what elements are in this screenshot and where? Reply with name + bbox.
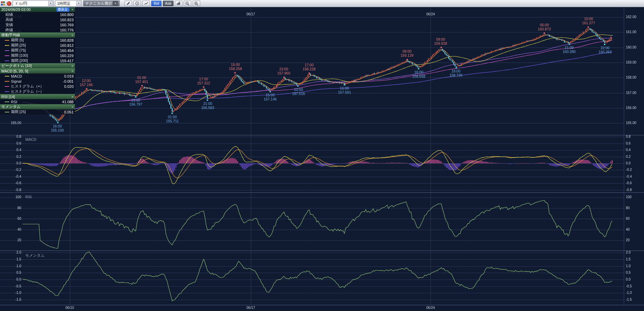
indicator-title: モメンタム bbox=[1, 104, 21, 109]
ohlc-label: 始値 bbox=[5, 12, 13, 17]
timeframe-label: 1時間足 bbox=[57, 1, 75, 6]
x-axis-label: 06/17 bbox=[246, 306, 255, 310]
indicator-value: 41.088 bbox=[62, 100, 74, 104]
indicator-label: Signal bbox=[11, 79, 22, 83]
close-icon[interactable]: × bbox=[72, 64, 74, 68]
zoom-out-button[interactable] bbox=[184, 1, 191, 6]
panel-divider bbox=[0, 135, 644, 135]
indicator-section-header: MACD [5, 20, 9]× bbox=[0, 68, 75, 73]
ohlc-label: 高値 bbox=[5, 17, 13, 22]
latest-bar-badge: 最新足 bbox=[56, 8, 69, 12]
indicator-label: ヒストグラム（+） bbox=[11, 84, 44, 89]
indicator-section-header: モメンタム× bbox=[0, 104, 75, 109]
line-color-swatch bbox=[5, 60, 9, 61]
indicator-title: MACD [5, 20, 9] bbox=[1, 69, 28, 73]
indicator-title: RSI [14] bbox=[1, 95, 15, 99]
indicator-row: 期間 [75]160.454 bbox=[0, 48, 75, 53]
pencil-icon bbox=[126, 1, 130, 5]
ohlc-value: 160.823 bbox=[60, 18, 74, 22]
bar-info-header: 2024/06/29 03:00最新足× bbox=[0, 7, 75, 12]
app-logo-icon bbox=[7, 1, 11, 6]
indicator-section-header: ピークボトム [10]× bbox=[0, 63, 75, 68]
close-icon[interactable]: × bbox=[72, 69, 74, 73]
currency-pair-select[interactable]: ドル/円 ▼ bbox=[13, 0, 54, 6]
ohlc-row: 安値160.769 bbox=[0, 22, 75, 27]
line-color-swatch bbox=[5, 40, 9, 41]
x-axis-label: 06/24 bbox=[426, 306, 435, 310]
ask-button[interactable]: Ask bbox=[163, 1, 173, 6]
line-color-swatch bbox=[5, 86, 9, 87]
indicator-row: 期間 [25]160.812 bbox=[0, 43, 75, 48]
line-color-swatch bbox=[5, 102, 9, 102]
indicator-row: RSI41.088 bbox=[0, 99, 75, 104]
indicator-value: 159.417 bbox=[60, 59, 74, 63]
line-color-swatch bbox=[5, 45, 9, 46]
indicator-row: 期間 [25]0.051 bbox=[0, 109, 75, 114]
technical-select-button[interactable]: テクニカル選択 ▼ bbox=[83, 0, 120, 6]
line-color-swatch bbox=[5, 91, 9, 92]
info-button[interactable] bbox=[133, 1, 141, 6]
toolbar: ドル/円 ▼ 1時間足 ▼ テクニカル選択 ▼ Bid Ask bbox=[0, 0, 644, 7]
bar-chart-button[interactable] bbox=[175, 1, 182, 6]
indicator-row: 期間 [5]160.828 bbox=[0, 38, 75, 43]
indicator-row: ヒストグラム（+）0.020 bbox=[0, 84, 75, 89]
indicator-value: 0.020 bbox=[64, 84, 74, 89]
chevron-down-icon: ▼ bbox=[76, 1, 81, 6]
close-icon[interactable]: × bbox=[72, 95, 74, 99]
indicator-label: ヒストグラム（−） bbox=[11, 89, 44, 94]
main-chart-canvas[interactable] bbox=[0, 7, 644, 135]
indicator-label: 期間 [25] bbox=[11, 109, 26, 114]
indicator-row: 期間 [100]160.229 bbox=[0, 53, 75, 58]
close-icon[interactable]: × bbox=[72, 8, 74, 12]
line-color-swatch bbox=[5, 112, 9, 112]
ohlc-label: 終値 bbox=[5, 27, 13, 32]
line-color-swatch bbox=[5, 76, 9, 77]
chevron-down-icon: ▼ bbox=[48, 1, 53, 6]
panel-divider bbox=[0, 305, 644, 305]
indicator-value: 160.828 bbox=[60, 38, 74, 42]
indicator-value: -0.001 bbox=[63, 79, 74, 83]
indicator-value: 160.454 bbox=[60, 49, 74, 53]
indicator-value: 0.051 bbox=[64, 110, 74, 114]
rsi-canvas[interactable] bbox=[0, 193, 644, 251]
indicator-label: 期間 [25] bbox=[11, 43, 26, 48]
menu-icon[interactable] bbox=[1, 1, 5, 6]
currency-pair-label: ドル/円 bbox=[15, 1, 47, 6]
bar-chart-icon bbox=[176, 1, 181, 5]
ohlc-label: 安値 bbox=[5, 22, 13, 27]
chevron-down-icon: ▼ bbox=[113, 1, 118, 6]
indicator-title: 移動平均線 bbox=[1, 32, 20, 38]
indicator-label: 期間 [100] bbox=[11, 53, 28, 58]
bar-datetime: 2024/06/29 03:00 bbox=[1, 8, 31, 12]
line-color-swatch bbox=[5, 55, 9, 56]
zoom-out-icon bbox=[185, 1, 190, 6]
indicator-section-header: 移動平均線× bbox=[0, 32, 75, 38]
indicator-row: Signal-0.001 bbox=[0, 79, 75, 84]
line-color-swatch bbox=[5, 81, 9, 82]
ohlc-value: 160.769 bbox=[60, 23, 74, 27]
bid-button[interactable]: Bid bbox=[151, 1, 162, 6]
indicator-label: RSI bbox=[11, 100, 17, 104]
info-icon bbox=[135, 1, 139, 5]
ohlc-value: 160.800 bbox=[60, 13, 74, 17]
momentum-canvas[interactable] bbox=[0, 251, 644, 305]
ohlc-row: 終値160.776 bbox=[0, 27, 75, 32]
indicator-row: 期間 [200]159.417 bbox=[0, 58, 75, 63]
indicator-row: MACD0.019 bbox=[0, 73, 75, 79]
zoom-in-button[interactable] bbox=[193, 1, 200, 6]
close-icon[interactable]: × bbox=[72, 33, 74, 37]
panel-divider bbox=[0, 192, 644, 193]
macd-canvas[interactable] bbox=[0, 135, 644, 192]
indicator-row: ヒストグラム（−） bbox=[0, 89, 75, 94]
ohlc-value: 160.776 bbox=[60, 28, 74, 32]
draw-tool-button[interactable] bbox=[125, 1, 132, 6]
line-chart-button[interactable] bbox=[142, 1, 150, 6]
indicator-info-panel: 2024/06/29 03:00最新足×始値160.800高値160.823安値… bbox=[0, 7, 75, 114]
line-chart-icon bbox=[144, 1, 149, 5]
indicator-title: ピークボトム [10] bbox=[1, 63, 32, 68]
panel-divider bbox=[0, 251, 644, 251]
close-icon[interactable]: × bbox=[72, 105, 74, 109]
indicator-section-header: RSI [14]× bbox=[0, 94, 75, 99]
timeframe-select[interactable]: 1時間足 ▼ bbox=[55, 0, 82, 6]
indicator-label: 期間 [200] bbox=[11, 58, 28, 63]
